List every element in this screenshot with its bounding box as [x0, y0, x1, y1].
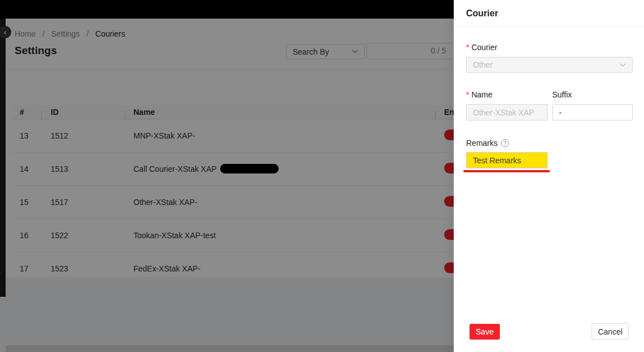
courier-select[interactable]: Other	[466, 57, 633, 73]
question-circle-icon[interactable]: ?	[501, 139, 509, 147]
courier-field-label: *Courier	[466, 43, 497, 52]
screen: ‹ Home / Settings / Couriers Settings Se…	[0, 0, 644, 352]
courier-drawer: Courier *Courier Other *Name Suffix Rema…	[454, 0, 644, 352]
cancel-button[interactable]: Cancel	[592, 323, 629, 340]
remarks-field-label: Remarks ?	[466, 139, 509, 148]
remarks-input[interactable]	[466, 152, 548, 168]
suffix-input[interactable]	[552, 104, 633, 121]
drawer-title: Courier	[466, 8, 498, 19]
required-asterisk: *	[466, 90, 469, 99]
suffix-field-label: Suffix	[552, 90, 572, 99]
drawer-header-divider	[454, 26, 644, 27]
save-button[interactable]: Save	[469, 324, 500, 340]
courier-select-value: Other	[473, 60, 493, 69]
required-asterisk: *	[466, 43, 469, 52]
name-input[interactable]	[466, 104, 548, 121]
name-field-label: *Name	[466, 90, 493, 99]
chevron-down-icon	[620, 63, 626, 67]
annotation-red-underline	[463, 170, 550, 172]
